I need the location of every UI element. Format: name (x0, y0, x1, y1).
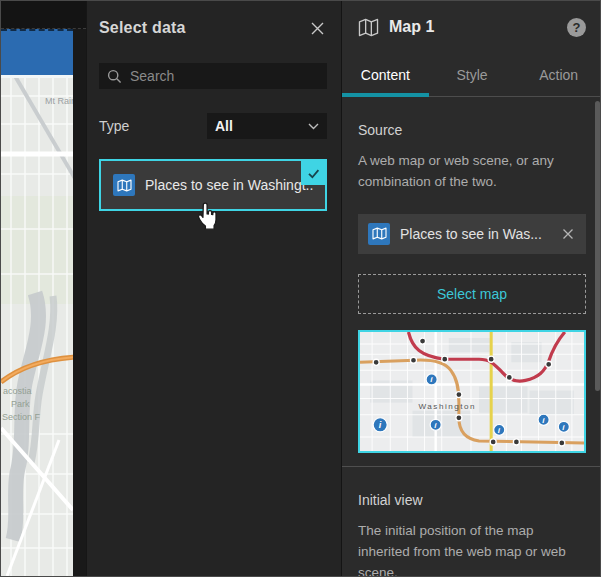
canvas-preview: Mt Rain acostia Park Section F (1, 1, 86, 576)
chevron-down-icon (308, 123, 319, 130)
tab-content[interactable]: Content (342, 53, 429, 96)
select-data-title: Select data (99, 19, 186, 37)
selected-checkbox[interactable] (301, 161, 325, 185)
select-map-button[interactable]: Select map (358, 274, 586, 314)
experience-builder-window: Mt Rain acostia Park Section F Select da… (0, 0, 601, 577)
webmap-icon (113, 174, 135, 196)
tab-action[interactable]: Action (515, 53, 601, 96)
search-icon (107, 69, 122, 84)
tab-style[interactable]: Style (429, 53, 516, 96)
type-dropdown-value: All (215, 118, 308, 134)
type-filter-row: Type All (99, 113, 327, 139)
source-heading: Source (358, 122, 586, 138)
map-settings-panel: Map 1 ? Content Style Action Source A we… (341, 1, 601, 576)
selected-map-chip-label: Places to see in Was... (400, 226, 560, 242)
settings-title: Map 1 (389, 18, 567, 36)
data-item-label: Places to see in Washingt... (145, 177, 313, 193)
preview-toolbar (1, 1, 86, 29)
webmap-icon (368, 223, 390, 245)
initial-view-heading: Initial view (358, 492, 586, 508)
settings-tabs: Content Style Action (342, 53, 601, 97)
close-button[interactable] (308, 19, 327, 38)
thumbnail-city-label: Washington (419, 401, 476, 410)
preview-app[interactable]: Mt Rain acostia Park Section F (1, 29, 73, 576)
preview-map-label-mt-rainier: Mt Rain (45, 96, 73, 106)
settings-body: Source A web map or web scene, or any co… (342, 122, 601, 577)
map-widget-icon (358, 18, 379, 37)
section-divider (342, 466, 601, 467)
data-item-places-to-see[interactable]: Places to see in Washingt... (99, 159, 327, 211)
type-dropdown[interactable]: All (207, 113, 327, 139)
search-input[interactable] (130, 68, 319, 84)
preview-basemap[interactable]: Mt Rain acostia Park Section F (1, 78, 73, 576)
initial-view-description: The initial position of the map inherite… (358, 520, 586, 577)
settings-header: Map 1 ? (342, 1, 601, 53)
map-thumbnail[interactable]: i i i i i i Washington (358, 330, 586, 453)
selected-map-chip[interactable]: Places to see in Was... (358, 214, 586, 254)
remove-map-button[interactable] (560, 226, 576, 242)
scrollbar-thumb[interactable] (595, 101, 600, 391)
preview-map-label-park-1: acostia (3, 386, 32, 396)
select-data-header: Select data (99, 1, 327, 55)
check-icon (306, 166, 321, 181)
close-icon (562, 228, 574, 240)
help-icon[interactable]: ? (567, 18, 586, 37)
preview-map-label-park-2: Park (11, 399, 30, 409)
close-icon (310, 21, 325, 36)
map-thumbnail-graphic: i i i i i i Washington (360, 332, 584, 451)
preview-map-label-park-3: Section F (2, 412, 41, 422)
select-data-panel: Select data Type All (86, 1, 341, 576)
search-box[interactable] (99, 63, 327, 89)
preview-header-band[interactable] (1, 29, 73, 75)
source-description: A web map or web scene, or any combinati… (358, 150, 586, 193)
type-label: Type (99, 118, 129, 134)
